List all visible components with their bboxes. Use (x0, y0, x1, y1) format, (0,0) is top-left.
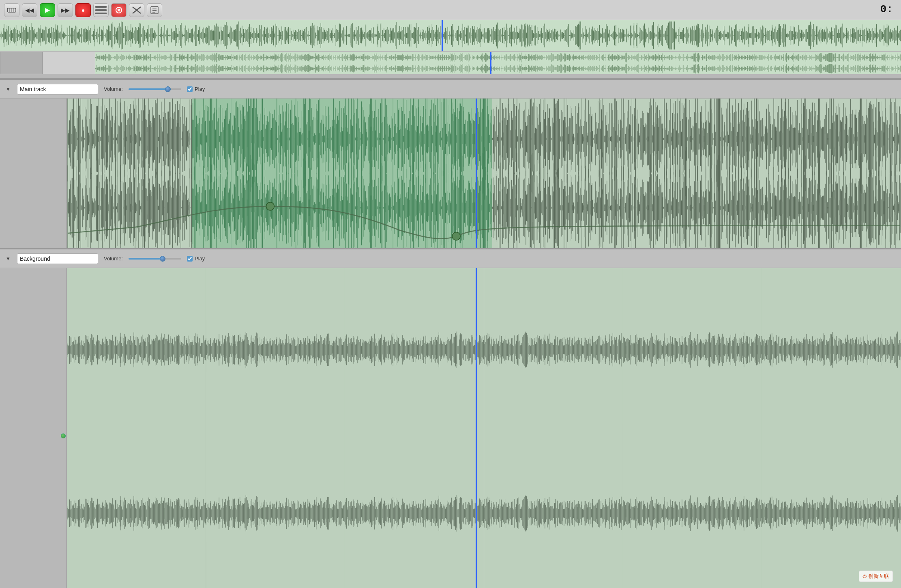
stop-button[interactable] (111, 3, 127, 17)
background-track-area: ▼ Volume: Play (0, 249, 901, 588)
main-play-checkbox[interactable] (187, 86, 193, 92)
main-track-volume-slider[interactable] (129, 88, 181, 90)
bg-play-label: Play (195, 255, 205, 262)
svg-rect-10 (151, 6, 158, 14)
bg-track-volume-label: Volume: (104, 255, 123, 262)
overview-bottom-playhead (490, 52, 491, 74)
bg-track-left-panel (0, 268, 67, 588)
mute-button[interactable] (93, 3, 109, 17)
bg-track-header: ▼ Volume: Play (0, 249, 901, 268)
bg-track-playhead (476, 268, 477, 588)
bg-waveform-canvas (67, 268, 901, 588)
overview-playhead (442, 20, 443, 51)
timer-display: 0: (880, 3, 893, 15)
main-track-volume-label: Volume: (104, 86, 123, 92)
main-track-area: ▼ Volume: Play (0, 79, 901, 249)
overview-waveform-content (95, 52, 901, 74)
bg-volume-knob[interactable] (160, 256, 165, 262)
overview-area (0, 20, 901, 79)
overview-waveform-top[interactable] (0, 20, 901, 51)
bg-play-checkbox[interactable] (187, 256, 193, 262)
play-button[interactable]: ▶ (40, 3, 55, 17)
overview-left-light (43, 52, 95, 74)
main-play-checkbox-area[interactable]: Play (187, 86, 205, 92)
toolbar: ◀◀ ▶ ▶▶ ● 0: (0, 0, 901, 20)
overview-top-canvas (0, 20, 901, 51)
forward-icon: ▶▶ (61, 7, 70, 13)
play-icon: ▶ (45, 6, 50, 14)
overview-bottom-canvas (95, 52, 901, 74)
main-track-header: ▼ Volume: Play (0, 79, 901, 99)
main-play-label: Play (195, 86, 205, 92)
main-waveform-canvas (67, 99, 901, 248)
overview-waveform-bottom[interactable] (0, 51, 901, 75)
overview-left-gray (0, 52, 43, 74)
main-track-name-input[interactable] (17, 84, 98, 94)
cut-button[interactable] (129, 3, 144, 17)
main-volume-knob[interactable] (165, 86, 171, 92)
bg-volume-track[interactable] (129, 258, 181, 260)
export-button[interactable] (147, 3, 162, 17)
forward-button[interactable]: ▶▶ (58, 3, 73, 17)
bg-track-volume-slider[interactable] (129, 258, 181, 260)
main-track-playhead (476, 99, 477, 248)
bg-track-collapse[interactable]: ▼ (5, 255, 11, 262)
record-icon: ● (82, 7, 85, 13)
record-button[interactable]: ● (75, 3, 91, 17)
watermark: © 创新互联 (859, 571, 893, 582)
rewind-icon: ◀◀ (25, 7, 34, 13)
bg-play-checkbox-area[interactable]: Play (187, 255, 205, 262)
bg-track-name-input[interactable] (17, 253, 98, 264)
rewind-button[interactable]: ◀◀ (22, 3, 37, 17)
main-volume-track[interactable] (129, 88, 181, 90)
bg-automation-node-left[interactable] (61, 433, 66, 438)
bg-track-waveform[interactable] (0, 268, 901, 588)
main-track-waveform[interactable] (0, 99, 901, 249)
watermark-text: 创新互联 (868, 573, 889, 580)
main-track-collapse[interactable]: ▼ (5, 86, 11, 92)
loop-button[interactable] (4, 3, 19, 17)
main-track-left-panel (0, 99, 67, 248)
